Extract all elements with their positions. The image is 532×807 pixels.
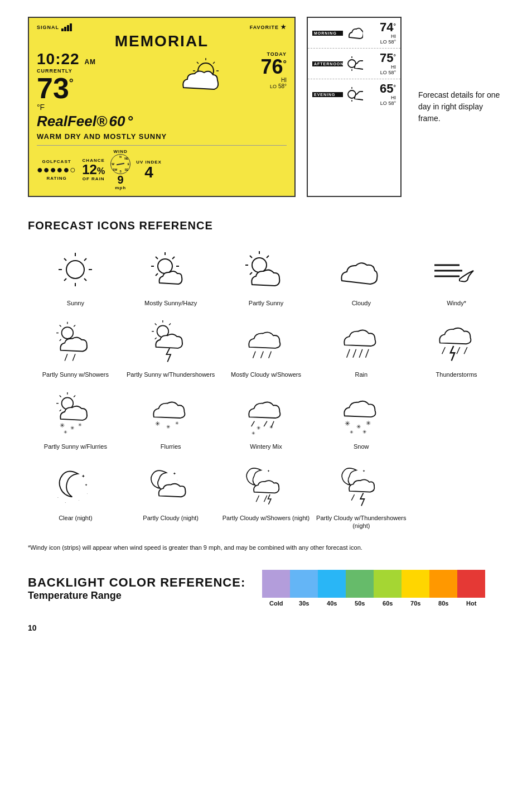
icon-partly-cloudy-thunder-night: ✦ Partly Cloudy w/Thundershowers (night) <box>313 458 409 532</box>
label-cold: Cold <box>262 600 290 607</box>
today-temp-row: 76 ° <box>231 57 287 77</box>
snow-label: Snow <box>354 443 369 450</box>
wind-compass: N NE E SE S SW W <box>110 154 130 174</box>
realfeel-deg: ° <box>127 113 133 129</box>
afternoon-label: AFTERNOON <box>312 61 343 66</box>
partly-cloudy-thunder-night-svg: ✦ <box>333 463 389 508</box>
clear-night-svg: ✦ ✦ · · · · <box>47 463 103 508</box>
icon-flurries: ✳ ✳ ✳ Flurries <box>123 387 219 453</box>
afternoon-deg: ° <box>394 53 396 60</box>
evening-hi-label: HI <box>391 95 396 100</box>
svg-line-59 <box>269 352 272 358</box>
svg-text:✦: ✦ <box>82 474 86 479</box>
svg-text:·: · <box>57 496 59 499</box>
svg-line-101 <box>264 496 267 502</box>
wind-label: WIND <box>114 149 128 154</box>
main-body: 10:22 AM CURRENTLY 73 ° °F RealFeel® 60 … <box>37 51 287 141</box>
morning-temp: 74 ° HI LO 58° <box>380 21 396 45</box>
svg-text:✦: ✦ <box>85 483 88 487</box>
icon-sunny: Sunny <box>28 243 123 309</box>
windy-img <box>426 246 487 296</box>
of-rain-label: OF RAIN <box>83 176 105 181</box>
clear-night-img: ✦ ✦ · · · · <box>45 460 106 511</box>
chance-section: CHANCE 12 % OF RAIN <box>82 158 105 181</box>
evening-hilo: HI LO 58° <box>380 95 396 106</box>
icon-partly-sunny-showers: Partly Sunny w/Showers <box>28 315 123 381</box>
realfeel-temp: 60 <box>109 113 125 129</box>
svg-line-21 <box>64 258 66 261</box>
partly-cloudy-showers-night-svg: ✦ <box>238 463 294 508</box>
label-hot: Hot <box>457 600 485 607</box>
svg-line-63 <box>365 349 369 358</box>
svg-text:✳: ✳ <box>78 422 82 427</box>
svg-text:✳: ✳ <box>365 420 370 426</box>
evening-lo-label: LO <box>380 100 387 106</box>
partly-cloudy-night-img: ✦ · <box>140 460 201 511</box>
chance-pct: % <box>97 166 105 176</box>
svg-line-37 <box>250 256 252 258</box>
label-30s: 30s <box>290 600 318 607</box>
cloudy-label: Cloudy <box>352 299 371 307</box>
svg-line-55 <box>169 324 171 325</box>
color-60s <box>374 570 402 598</box>
icon-partly-sunny-thunder: Partly Sunny w/Thundershowers <box>123 315 219 381</box>
golfcast-label: GOLFCAST <box>42 159 71 164</box>
bar2 <box>64 27 66 31</box>
signal-area: SIGNAL <box>37 23 72 31</box>
forecast-panel: MORNING 74 ° HI LO 58° AFTERNOON <box>307 17 402 197</box>
svg-line-39 <box>250 272 252 275</box>
icon-mostly-cloudy-showers: Mostly Cloudy w/Showers <box>219 315 314 381</box>
chance-value: 12 <box>82 163 97 176</box>
cloud-icon <box>175 57 225 102</box>
afternoon-hilo: HI LO 58° <box>380 64 396 75</box>
partly-sunny-showers-label: Partly Sunny w/Showers <box>42 371 109 378</box>
flurries-label: Flurries <box>161 443 181 450</box>
svg-line-60 <box>346 349 350 358</box>
svg-line-72 <box>60 410 61 411</box>
label-70s: 70s <box>402 600 429 607</box>
evening-row: EVENING 65 ° HI LO 58° <box>308 79 400 109</box>
east-label: E <box>128 162 129 166</box>
svg-line-22 <box>84 258 86 261</box>
svg-line-48 <box>60 339 61 341</box>
svg-text:·: · <box>177 479 177 482</box>
svg-line-62 <box>359 349 362 358</box>
svg-line-46 <box>60 325 61 327</box>
svg-text:✦: ✦ <box>173 472 176 475</box>
icon-rain: Rain <box>313 315 409 381</box>
partly-sunny-showers-svg <box>47 320 103 364</box>
temp-deg: ° <box>69 77 74 88</box>
temp-value: 73 <box>37 74 69 103</box>
center-cloud <box>175 51 225 102</box>
top-bar: SIGNAL FAVORITE ★ <box>37 23 287 31</box>
afternoon-row: AFTERNOON 75 ° HI LO 58° <box>308 49 400 79</box>
morning-hi: 74 <box>380 21 393 33</box>
icons-grid: Sunny <box>28 243 504 532</box>
se-label: SE <box>125 168 129 171</box>
backlight-right: Cold 30s 40s 50s 60s 70s 80s Hot <box>262 570 485 607</box>
morning-row: MORNING 74 ° HI LO 58° <box>308 18 400 49</box>
wintery-mix-label: Wintery Mix <box>250 443 282 450</box>
icon-partly-sunny-flurries: ✳ ✳ ✳ ✳ Partly Sunny w/Flurries <box>28 387 123 453</box>
forecast-note: Forecast details for one day in right di… <box>413 17 504 197</box>
morning-lo: 58° <box>388 39 396 45</box>
lo-label: LO <box>270 84 277 89</box>
partly-sunny-showers-img <box>45 317 106 367</box>
mostly-cloudy-showers-label: Mostly Cloudy w/Showers <box>231 371 301 378</box>
footnote: *Windy icon (strips) will appear when wi… <box>28 543 504 553</box>
forecast-icons-section: FORECAST ICONS REFERENCE <box>28 219 504 532</box>
svg-line-100 <box>256 496 259 502</box>
svg-text:✳: ✳ <box>60 422 65 429</box>
golfcast-section: GOLFCAST ●●●●●○ RATING <box>37 159 76 181</box>
morning-icon <box>346 25 363 41</box>
svg-line-6 <box>213 62 215 64</box>
svg-line-71 <box>74 395 76 397</box>
icon-clear-night: ✦ ✦ · · · · Clear (night) <box>28 458 123 532</box>
svg-point-16 <box>66 261 84 278</box>
time-currently-row: 10:22 AM <box>37 51 170 67</box>
svg-text:✦: ✦ <box>267 469 270 473</box>
svg-line-70 <box>60 395 61 397</box>
svg-text:·: · <box>65 501 66 505</box>
partly-sunny-flurries-svg: ✳ ✳ ✳ ✳ <box>47 392 103 436</box>
partly-cloudy-showers-night-label: Partly Cloudy w/Showers (night) <box>223 514 310 522</box>
